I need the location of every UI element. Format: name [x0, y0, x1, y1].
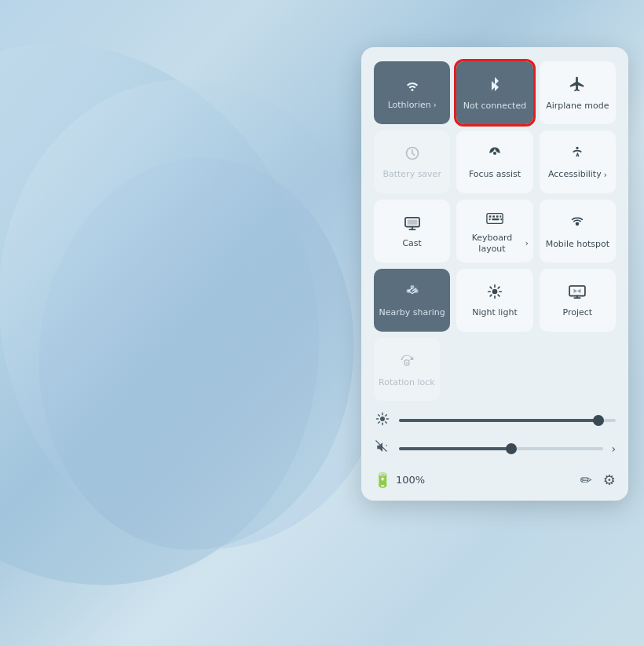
svg-rect-11 — [492, 218, 499, 220]
wifi-icon — [404, 77, 421, 96]
svg-rect-12 — [500, 218, 502, 220]
svg-line-19 — [490, 288, 492, 289]
accessibility-icon — [569, 145, 585, 165]
svg-point-25 — [406, 362, 408, 364]
mobile-hotspot-label: Mobile hotspot — [546, 239, 609, 249]
airplane-label: Airplane mode — [546, 101, 609, 111]
cast-icon — [404, 215, 421, 234]
edit-button[interactable]: ✏ — [580, 472, 592, 488]
footer-row: 🔋 100% ✏ ⚙ — [374, 468, 616, 488]
svg-point-1 — [493, 152, 496, 155]
battery-saver-icon — [404, 145, 420, 165]
battery-saver-label: Battery saver — [382, 169, 441, 179]
cast-label: Cast — [402, 238, 421, 248]
tile-accessibility[interactable]: Accessibility › — [540, 130, 616, 193]
wifi-chevron: › — [434, 101, 437, 109]
svg-line-31 — [379, 415, 380, 417]
focus-assist-label: Focus assist — [469, 169, 521, 179]
project-icon — [569, 284, 586, 303]
project-label: Project — [563, 307, 593, 317]
tiles-row-2: Battery saver Focus assist Accessibility — [374, 130, 616, 193]
battery-info: 🔋 100% — [374, 472, 425, 488]
tile-nearby-sharing[interactable]: Nearby sharing — [374, 269, 450, 332]
accessibility-label: Accessibility — [548, 169, 602, 179]
tile-bluetooth[interactable]: Not connected — [456, 61, 532, 124]
tile-airplane[interactable]: Airplane mode — [540, 61, 616, 124]
nearby-sharing-label: Nearby sharing — [379, 307, 445, 317]
tile-mobile-hotspot[interactable]: Mobile hotspot — [540, 200, 616, 262]
accessibility-chevron: › — [604, 171, 607, 179]
svg-line-22 — [498, 288, 499, 289]
volume-slider-row: › — [374, 440, 616, 457]
svg-line-20 — [498, 295, 499, 297]
nearby-sharing-icon — [404, 284, 420, 303]
hotspot-icon — [569, 214, 586, 235]
svg-point-26 — [380, 417, 385, 421]
svg-point-2 — [576, 147, 579, 149]
sliders-section: › — [374, 412, 616, 457]
svg-line-34 — [386, 415, 387, 417]
tiles-row-4: Nearby sharing Night light — [374, 269, 616, 332]
svg-point-13 — [576, 222, 580, 226]
tile-wifi[interactable]: Lothlorien › — [374, 61, 450, 124]
rotation-lock-label: Rotation lock — [379, 377, 435, 387]
svg-rect-4 — [407, 219, 417, 224]
night-light-icon — [487, 284, 503, 303]
svg-line-32 — [386, 422, 387, 424]
brightness-thumb[interactable] — [593, 415, 604, 426]
brightness-slider-row — [374, 412, 616, 429]
tile-focus-assist[interactable]: Focus assist — [456, 130, 532, 193]
brightness-track[interactable] — [399, 419, 616, 422]
keyboard-layout-label: Keyboard layout — [461, 233, 522, 253]
volume-track[interactable] — [399, 447, 603, 450]
focus-icon — [487, 145, 503, 165]
volume-chevron[interactable]: › — [611, 442, 616, 455]
volume-icon — [374, 440, 391, 457]
wifi-label: Lothlorien — [388, 100, 431, 110]
svg-rect-10 — [489, 218, 491, 220]
settings-button[interactable]: ⚙ — [603, 472, 616, 488]
tile-cast[interactable]: Cast — [374, 200, 450, 262]
svg-rect-9 — [499, 216, 501, 218]
footer-icons: ✏ ⚙ — [580, 472, 616, 488]
quick-settings-panel: Lothlorien › Not connected Airplane mode — [361, 47, 628, 501]
night-light-label: Night light — [472, 307, 517, 317]
volume-fill — [399, 447, 511, 450]
bluetooth-label: Not connected — [463, 101, 526, 111]
keyboard-icon — [486, 210, 503, 229]
rotation-lock-icon — [398, 352, 415, 373]
svg-rect-23 — [569, 286, 585, 296]
keyboard-chevron: › — [525, 239, 529, 248]
tiles-row-5: Rotation lock — [374, 338, 616, 401]
svg-line-33 — [379, 422, 380, 424]
bluetooth-icon — [488, 75, 502, 97]
tile-battery-saver[interactable]: Battery saver — [374, 130, 450, 193]
brightness-fill — [399, 419, 598, 422]
svg-rect-6 — [489, 216, 492, 218]
brightness-icon — [374, 412, 391, 429]
tile-night-light[interactable]: Night light — [456, 269, 532, 332]
svg-rect-8 — [496, 216, 499, 218]
tile-project[interactable]: Project — [540, 269, 616, 332]
battery-percent: 100% — [396, 474, 425, 486]
volume-thumb[interactable] — [506, 443, 517, 454]
battery-icon: 🔋 — [374, 472, 391, 488]
tile-keyboard-layout[interactable]: Keyboard layout › — [456, 200, 532, 262]
svg-point-14 — [492, 289, 498, 295]
tiles-row-1: Lothlorien › Not connected Airplane mode — [374, 61, 616, 124]
svg-line-21 — [490, 295, 492, 297]
tiles-row-3: Cast Keyboard layout › — [374, 200, 616, 262]
svg-rect-7 — [492, 216, 495, 218]
tile-rotation-lock[interactable]: Rotation lock — [374, 338, 440, 401]
airplane-icon — [569, 75, 586, 97]
